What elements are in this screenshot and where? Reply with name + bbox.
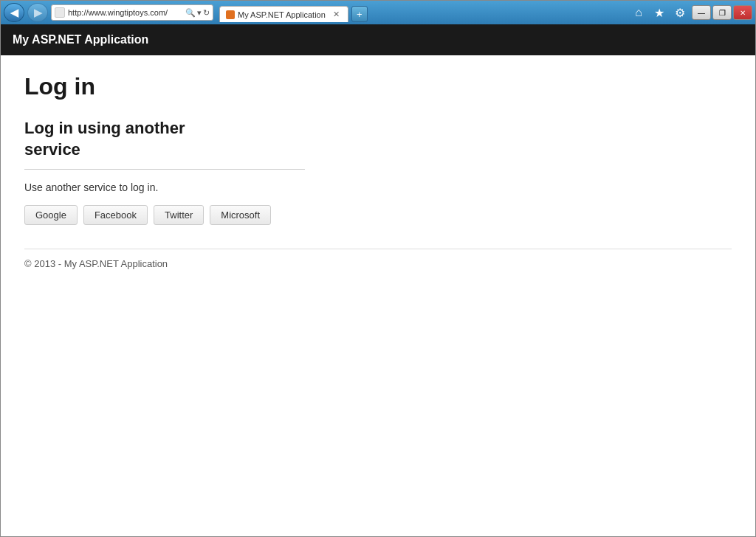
address-bar[interactable]: http://www.wingtiptoys.com/ 🔍 ▾ ↻ bbox=[51, 4, 213, 21]
tab-close-button[interactable]: ✕ bbox=[331, 10, 342, 20]
google-button[interactable]: Google bbox=[24, 205, 78, 225]
tab-title: My ASP.NET Application bbox=[238, 10, 326, 19]
app-title: My ASP.NET Application bbox=[13, 33, 148, 46]
refresh-icon: ↻ bbox=[203, 8, 210, 18]
tools-icon[interactable]: ⚙ bbox=[671, 4, 689, 21]
minimize-button[interactable]: — bbox=[692, 5, 711, 20]
forward-button[interactable]: ▶ bbox=[27, 3, 48, 22]
favorites-icon[interactable]: ★ bbox=[650, 4, 668, 21]
site-favicon bbox=[55, 7, 65, 18]
home-icon[interactable]: ⌂ bbox=[630, 4, 647, 21]
window-controls: — ❐ ✕ bbox=[692, 5, 752, 20]
restore-button[interactable]: ❐ bbox=[712, 5, 732, 20]
search-icon: 🔍 bbox=[185, 8, 196, 18]
facebook-button[interactable]: Facebook bbox=[83, 205, 148, 225]
microsoft-button[interactable]: Microsoft bbox=[210, 205, 271, 225]
footer-text: © 2013 - My ASP.NET Application bbox=[24, 258, 732, 269]
section-divider bbox=[24, 169, 305, 170]
active-tab[interactable]: My ASP.NET Application ✕ bbox=[219, 6, 348, 22]
browser-title-bar: ◀ ▶ http://www.wingtiptoys.com/ 🔍 ▾ ↻ My… bbox=[1, 1, 755, 24]
section-heading: Log in using another service bbox=[24, 118, 732, 160]
service-description: Use another service to log in. bbox=[24, 181, 732, 193]
service-buttons-container: Google Facebook Twitter Microsoft bbox=[24, 205, 732, 225]
app-navbar: My ASP.NET Application bbox=[1, 24, 755, 55]
separator: ▾ bbox=[197, 8, 202, 18]
url-text: http://www.wingtiptoys.com/ bbox=[68, 8, 182, 17]
page-content: Log in Log in using another service Use … bbox=[1, 55, 755, 536]
new-tab-button[interactable]: + bbox=[351, 6, 368, 22]
tab-favicon bbox=[226, 10, 235, 19]
tab-bar: My ASP.NET Application ✕ + bbox=[219, 3, 368, 22]
twitter-button[interactable]: Twitter bbox=[154, 205, 204, 225]
close-button[interactable]: ✕ bbox=[733, 5, 752, 20]
footer-divider bbox=[24, 249, 732, 249]
back-button[interactable]: ◀ bbox=[4, 3, 24, 22]
page-heading: Log in bbox=[24, 73, 732, 100]
